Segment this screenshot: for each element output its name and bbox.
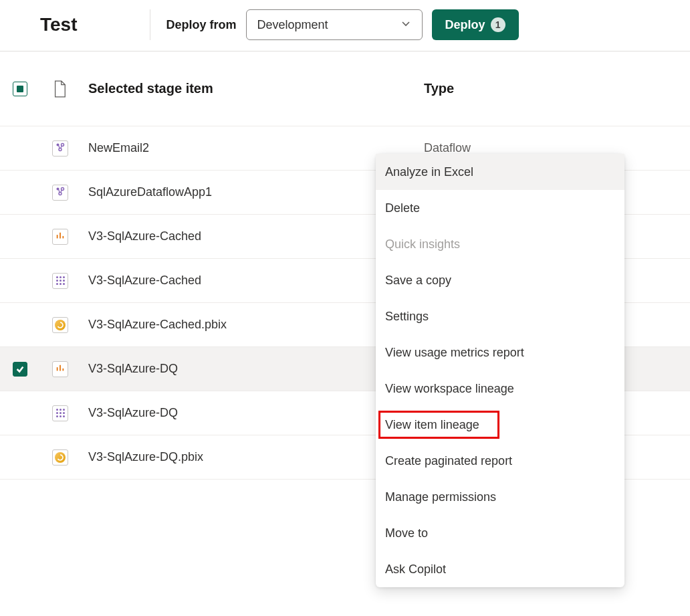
item-type-icon	[52, 140, 68, 157]
column-header-type[interactable]: Type	[424, 81, 679, 96]
item-type-icon	[52, 361, 68, 377]
select-all-checkbox[interactable]	[13, 82, 27, 96]
file-icon	[40, 80, 88, 98]
stage-title: Test	[40, 14, 78, 35]
deploy-source-value: Development	[257, 18, 328, 32]
menu-item-view-usage-metrics-report[interactable]: View usage metrics report	[376, 334, 624, 371]
item-name: SqlAzureDataflowApp1	[88, 185, 424, 199]
deploy-controls: Deploy from Development Deploy 1	[150, 9, 519, 40]
deploy-button-label: Deploy	[445, 18, 485, 32]
svg-point-5	[59, 192, 62, 195]
context-menu: Analyze in ExcelDeleteQuick insightsSave…	[376, 154, 624, 480]
pbix-file-icon	[55, 452, 66, 463]
deploy-button[interactable]: Deploy 1	[432, 9, 519, 40]
dataflow-icon	[55, 142, 65, 154]
report-icon	[55, 231, 65, 242]
chevron-down-icon	[400, 18, 411, 32]
deploy-from-label: Deploy from	[166, 18, 237, 32]
item-type-icon	[52, 405, 68, 421]
item-type: Dataflow	[424, 141, 679, 155]
deploy-source-select[interactable]: Development	[246, 9, 423, 40]
menu-item-view-item-lineage[interactable]: View item lineage	[376, 407, 624, 443]
menu-item-delete[interactable]: Delete	[376, 190, 624, 226]
menu-item-settings[interactable]: Settings	[376, 298, 624, 334]
menu-item-quick-insights: Quick insights	[376, 226, 624, 262]
item-name: V3-SqlAzure-Cached	[88, 229, 424, 243]
menu-item-view-workspace-lineage[interactable]: View workspace lineage	[376, 371, 624, 407]
item-name: V3-SqlAzure-DQ	[88, 406, 424, 420]
deploy-count-badge: 1	[491, 17, 505, 32]
item-type-icon	[52, 185, 68, 201]
table-header: Selected stage item Type	[0, 52, 690, 126]
report-icon	[55, 363, 65, 375]
stage-header: Test Deploy from Development Deploy 1	[0, 0, 690, 52]
item-name: NewEmail2	[88, 141, 424, 155]
item-type-icon	[52, 229, 68, 245]
item-name: V3-SqlAzure-DQ	[88, 362, 424, 376]
menu-item-manage-permissions[interactable]: Manage permissions	[376, 479, 624, 480]
item-type-icon	[52, 317, 68, 333]
column-header-name[interactable]: Selected stage item	[88, 81, 424, 96]
dataset-icon	[56, 276, 65, 285]
item-type-icon	[52, 449, 68, 466]
item-name: V3-SqlAzure-Cached.pbix	[88, 318, 424, 332]
row-checkbox[interactable]	[13, 362, 27, 377]
menu-item-create-paginated-report[interactable]: Create paginated report	[376, 443, 624, 479]
dataset-icon	[56, 409, 65, 417]
item-name: V3-SqlAzure-Cached	[88, 274, 424, 288]
dataflow-icon	[55, 187, 65, 198]
menu-item-save-a-copy[interactable]: Save a copy	[376, 262, 624, 298]
item-type-icon	[52, 273, 68, 289]
pbix-file-icon	[55, 320, 66, 330]
svg-point-2	[59, 148, 62, 150]
menu-item-analyze-in-excel[interactable]: Analyze in Excel	[376, 154, 624, 190]
item-name: V3-SqlAzure-DQ.pbix	[88, 450, 424, 464]
